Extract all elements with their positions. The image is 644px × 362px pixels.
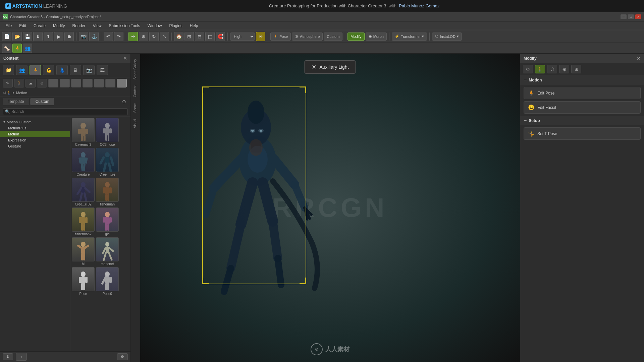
grid-item-pose0[interactable]: Pose0 bbox=[96, 267, 119, 296]
tree-item-motion[interactable]: Motion bbox=[0, 131, 70, 137]
menu-help[interactable]: Help bbox=[186, 23, 202, 29]
grid-item-pose[interactable]: Pose bbox=[72, 267, 95, 296]
tb-new[interactable]: 📄 bbox=[2, 32, 11, 41]
menu-plugins[interactable]: Plugins bbox=[166, 23, 185, 29]
modify-close-icon[interactable]: ✕ bbox=[637, 56, 641, 61]
side-tab-content[interactable]: Content bbox=[132, 83, 139, 100]
tb-import[interactable]: ⬇ bbox=[33, 32, 43, 41]
ci2-edit[interactable]: ✎ bbox=[3, 79, 13, 87]
tb-view1[interactable]: ◫ bbox=[205, 32, 215, 41]
scroll-down-btn[interactable]: ⬇ bbox=[3, 353, 13, 360]
grid-item-creeture[interactable]: Cree...ture bbox=[96, 148, 119, 176]
tb-modify-btn[interactable]: Modify bbox=[347, 33, 364, 41]
ci-monitor[interactable]: 🖥 bbox=[70, 65, 81, 75]
tb-rotate[interactable]: ↻ bbox=[149, 32, 159, 41]
tb-open[interactable]: 📂 bbox=[12, 32, 22, 41]
search-input[interactable] bbox=[11, 109, 125, 114]
tb-move[interactable]: ⊕ bbox=[139, 32, 148, 41]
adjust-btn[interactable]: ⚙ bbox=[117, 353, 128, 360]
ci2-figure2[interactable]: 🚶 bbox=[14, 79, 24, 87]
set-t-pose-button[interactable]: 🤸 Set T-Pose bbox=[524, 127, 641, 140]
quality-select[interactable]: High Medium Low bbox=[230, 33, 255, 41]
tb-custom-btn[interactable]: Custom bbox=[324, 33, 342, 41]
tb-record[interactable]: ⏺ bbox=[64, 32, 74, 41]
ci-camera2[interactable]: 📷 bbox=[83, 65, 95, 75]
breadcrumb-motion[interactable]: Motion bbox=[16, 91, 27, 95]
ci-body[interactable]: 💪 bbox=[43, 65, 54, 75]
ci2-shape5[interactable] bbox=[94, 79, 104, 87]
menu-file[interactable]: File bbox=[2, 23, 15, 29]
tb-home[interactable]: 🏠 bbox=[174, 32, 183, 41]
tb-snap[interactable]: 🧲 bbox=[216, 32, 225, 41]
tb-save[interactable]: 💾 bbox=[23, 32, 32, 41]
tb2-people[interactable]: 👥 bbox=[23, 44, 32, 53]
tree-item-motionplus[interactable]: MotionPlus bbox=[0, 125, 70, 131]
ci2-shape6[interactable] bbox=[105, 79, 115, 87]
mi-figure[interactable]: 🚶 bbox=[535, 65, 545, 73]
breadcrumb-back-icon[interactable]: ◁ bbox=[3, 90, 5, 95]
tb-atmosphere-btn[interactable]: 🌫 Atmosphere bbox=[292, 33, 323, 41]
close-button[interactable]: ✕ bbox=[635, 14, 641, 19]
tb2-bone[interactable]: 🦴 bbox=[2, 44, 11, 53]
tb-sun[interactable]: ☀ bbox=[256, 32, 265, 41]
edit-pose-button[interactable]: 🧍 Edit Pose bbox=[524, 87, 641, 99]
mi-settings[interactable]: ⚙ bbox=[523, 65, 533, 73]
grid-item-marionet[interactable]: marionet bbox=[96, 237, 119, 266]
tree-group-header-motion-custom[interactable]: ▾ Motion Custom bbox=[0, 119, 70, 125]
grid-item-creature[interactable]: Creature bbox=[72, 148, 95, 176]
tb-render-anim[interactable]: ▶ bbox=[54, 32, 63, 41]
ci2-shape2[interactable] bbox=[60, 79, 70, 87]
ci-figure[interactable]: 🧍 bbox=[30, 65, 41, 75]
menu-modify[interactable]: Modify bbox=[50, 23, 68, 29]
ci2-head[interactable]: ☺ bbox=[37, 79, 47, 87]
tab-settings-icon[interactable]: ⊙ bbox=[120, 98, 128, 105]
setup-collapse-icon[interactable]: − bbox=[524, 118, 527, 123]
tb-transformer-btn[interactable]: ⚡ Transformer ▾ bbox=[392, 33, 427, 41]
grid-item-cc3ose[interactable]: CC3...ose bbox=[96, 118, 119, 146]
tb-transform[interactable]: ✛ bbox=[128, 32, 138, 41]
tb-redo[interactable]: ↷ bbox=[114, 32, 123, 41]
side-tab-smart-gallery[interactable]: Smart Gallery bbox=[132, 56, 139, 82]
motion-collapse-icon[interactable]: − bbox=[524, 77, 527, 83]
aux-light-button[interactable]: ☀ Auxiliary Light bbox=[304, 60, 356, 74]
menu-window[interactable]: Window bbox=[144, 23, 165, 29]
menu-create[interactable]: Create bbox=[30, 23, 49, 29]
tree-item-gesture[interactable]: Gesture bbox=[0, 143, 70, 149]
tb-camera[interactable]: 📷 bbox=[79, 32, 88, 41]
tb-undo[interactable]: ↶ bbox=[104, 32, 113, 41]
grid-item-caveman3[interactable]: Caveman3 bbox=[72, 118, 95, 146]
ci2-shape7[interactable] bbox=[117, 79, 127, 87]
artstation-logo[interactable]: A ARTSTATION LEARNING bbox=[5, 3, 67, 9]
menu-view[interactable]: View bbox=[90, 23, 105, 29]
side-tab-scene[interactable]: Scene bbox=[132, 101, 139, 115]
grid-item-fisherman[interactable]: fisherman bbox=[96, 178, 119, 206]
tb-anchor[interactable]: ⚓ bbox=[89, 32, 99, 41]
ci2-shape1[interactable] bbox=[48, 79, 58, 87]
ci-people[interactable]: 👥 bbox=[16, 65, 28, 75]
tb-instalod-btn[interactable]: ⬡ InstaLOD ▾ bbox=[432, 33, 462, 41]
mi-mesh[interactable]: ⬡ bbox=[547, 65, 557, 73]
tb-scale[interactable]: ⤡ bbox=[160, 32, 169, 41]
viewport[interactable]: RRCGN ☀ Auxiliary Light bbox=[140, 54, 520, 362]
tb-export[interactable]: ⬆ bbox=[44, 32, 53, 41]
tb2-figure[interactable]: 🧍 bbox=[12, 44, 22, 53]
ci2-shape4[interactable] bbox=[83, 79, 93, 87]
ci-folder[interactable]: 📁 bbox=[3, 65, 14, 75]
grid-item-hi[interactable]: hi bbox=[72, 237, 95, 266]
content-close-icon[interactable]: ✕ bbox=[123, 56, 127, 61]
tb-frame[interactable]: ⊞ bbox=[184, 32, 194, 41]
tb-grid[interactable]: ⊟ bbox=[195, 32, 204, 41]
grid-item-fisherman2[interactable]: fisherman2 bbox=[72, 207, 95, 236]
menu-render[interactable]: Render bbox=[69, 23, 89, 29]
grid-item-girl[interactable]: girl bbox=[96, 207, 119, 236]
mi-grid2[interactable]: ⊞ bbox=[571, 65, 581, 73]
tb-pose-btn[interactable]: 🚶 Pose bbox=[270, 33, 291, 41]
menu-edit[interactable]: Edit bbox=[16, 23, 30, 29]
grid-item-cree02[interactable]: Cree...e 02 bbox=[72, 178, 95, 206]
menu-submission-tools[interactable]: Submission Tools bbox=[106, 23, 144, 29]
edit-facial-button[interactable]: 😐 Edit Facial bbox=[524, 101, 641, 114]
maximize-button[interactable]: □ bbox=[628, 14, 634, 19]
tab-template[interactable]: Template bbox=[3, 98, 29, 105]
ci2-cloud[interactable]: ☁ bbox=[25, 79, 36, 87]
ci-clothes[interactable]: 👗 bbox=[56, 65, 68, 75]
